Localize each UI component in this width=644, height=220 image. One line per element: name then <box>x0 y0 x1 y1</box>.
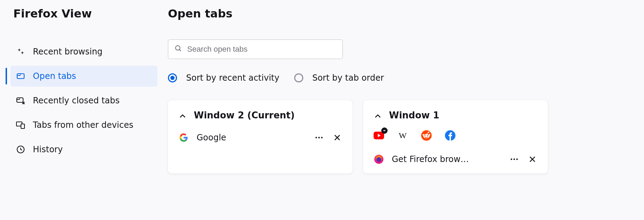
reddit-favicon[interactable] <box>421 130 432 141</box>
history-icon <box>16 145 25 154</box>
search-box[interactable] <box>168 39 343 59</box>
sparkle-icon <box>16 47 25 56</box>
page-title: Open tabs <box>168 7 634 20</box>
svg-rect-3 <box>21 124 24 129</box>
svg-point-6 <box>316 137 317 138</box>
svg-point-14 <box>423 134 424 135</box>
radio-unchecked-icon <box>294 73 303 82</box>
windows-row: Window 2 (Current) Google <box>168 100 634 174</box>
nav-item-other-devices[interactable]: Tabs from other devices <box>10 115 157 135</box>
tab-row[interactable]: Google <box>168 127 353 148</box>
main-content: Open tabs Sort by recent activity Sort b… <box>164 7 634 213</box>
app-title: Firefox View <box>13 7 157 20</box>
nav-list: Recent browsing Open tabs Recently close… <box>10 41 157 160</box>
tab-close-icon <box>16 96 25 105</box>
close-icon[interactable] <box>332 133 342 142</box>
google-favicon <box>178 132 189 143</box>
audio-playing-icon <box>381 127 388 134</box>
nav-item-history[interactable]: History <box>10 139 157 160</box>
tab-title: Google <box>197 133 306 142</box>
window-header[interactable]: Window 1 <box>363 110 548 127</box>
sort-option-label: Sort by recent activity <box>186 73 279 83</box>
firefox-favicon <box>374 154 384 164</box>
svg-point-8 <box>321 137 323 138</box>
svg-point-21 <box>514 159 515 160</box>
favicons-preview: W <box>363 127 548 149</box>
svg-point-7 <box>318 137 320 138</box>
search-icon <box>175 45 182 54</box>
youtube-favicon[interactable] <box>374 130 384 141</box>
nav-item-recently-closed[interactable]: Recently closed tabs <box>10 90 157 111</box>
sort-options: Sort by recent activity Sort by tab orde… <box>168 73 634 83</box>
wikipedia-favicon[interactable]: W <box>397 130 408 141</box>
tab-actions <box>509 154 537 164</box>
chevron-up-icon <box>179 110 186 120</box>
nav-item-recent-browsing[interactable]: Recent browsing <box>10 41 157 62</box>
sort-option-label: Sort by tab order <box>312 73 384 83</box>
svg-point-13 <box>427 135 429 137</box>
tab-icon <box>16 72 25 81</box>
sidebar: Firefox View Recent browsing Open tabs R… <box>10 7 164 213</box>
nav-item-label: Open tabs <box>33 71 76 81</box>
more-icon[interactable] <box>314 133 324 142</box>
search-input[interactable] <box>187 45 336 54</box>
svg-point-15 <box>429 134 430 135</box>
nav-item-open-tabs[interactable]: Open tabs <box>10 66 157 87</box>
devices-icon <box>16 120 25 130</box>
more-icon[interactable] <box>509 154 519 164</box>
window-header[interactable]: Window 2 (Current) <box>168 110 353 127</box>
tab-title: Get Firefox brow… <box>392 154 502 164</box>
window-title: Window 2 (Current) <box>194 110 295 120</box>
svg-point-19 <box>376 157 381 162</box>
svg-point-20 <box>511 159 512 160</box>
radio-checked-icon <box>168 73 177 82</box>
sort-option-tab-order[interactable]: Sort by tab order <box>294 73 384 83</box>
chevron-up-icon <box>374 110 381 120</box>
window-card-current: Window 2 (Current) Google <box>168 100 353 174</box>
facebook-favicon[interactable] <box>445 130 455 141</box>
window-title: Window 1 <box>389 110 439 120</box>
tab-row[interactable]: Get Firefox brow… <box>363 149 548 169</box>
nav-item-label: History <box>33 145 63 154</box>
svg-point-5 <box>176 46 180 50</box>
close-icon[interactable] <box>528 154 537 164</box>
svg-point-22 <box>516 159 518 160</box>
window-card: Window 1 W <box>363 100 548 174</box>
svg-rect-1 <box>17 98 23 102</box>
tab-actions <box>314 133 342 142</box>
nav-item-label: Tabs from other devices <box>33 120 133 130</box>
svg-point-12 <box>424 135 426 137</box>
nav-item-label: Recently closed tabs <box>33 96 120 105</box>
sort-option-recent-activity[interactable]: Sort by recent activity <box>168 73 279 83</box>
nav-item-label: Recent browsing <box>33 47 102 57</box>
